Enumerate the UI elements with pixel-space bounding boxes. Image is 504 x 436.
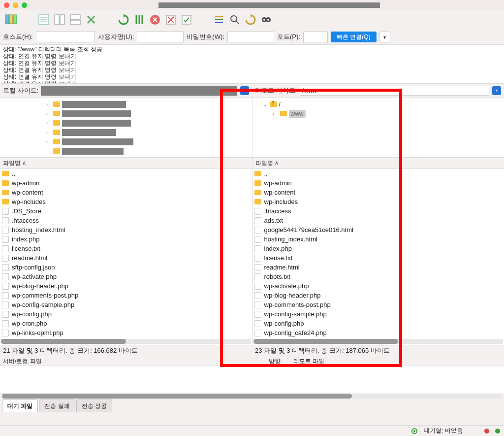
list-item[interactable]: wp-admin xyxy=(0,178,252,188)
queue-col-local[interactable]: 서버/로컬 파일 xyxy=(0,356,266,365)
list-item[interactable]: wp-comments-post.php xyxy=(252,300,504,309)
local-scrollbar[interactable] xyxy=(1,339,251,344)
list-item[interactable]: .htaccess xyxy=(0,216,252,225)
tab-queued[interactable]: 대기 파일 xyxy=(2,400,38,412)
find-button[interactable] xyxy=(259,12,274,27)
quickconnect-history-button[interactable]: ▾ xyxy=(379,32,390,42)
column-filename[interactable]: 파일명 xyxy=(255,159,273,168)
port-input[interactable] xyxy=(303,32,328,42)
close-window-button[interactable] xyxy=(4,2,9,8)
expand-arrow-icon[interactable]: › xyxy=(46,102,51,107)
tree-www-label[interactable]: www xyxy=(289,110,306,118)
file-icon xyxy=(2,320,9,327)
message-log[interactable]: 상태: "/www" 디렉터리 목록 조회 성공 상태: 연결 유지 명령 보내… xyxy=(0,44,504,84)
list-item[interactable]: ads.txt xyxy=(252,216,504,225)
toggle-log-button[interactable] xyxy=(36,12,51,27)
refresh-button[interactable] xyxy=(84,12,98,27)
disconnect-button[interactable] xyxy=(163,12,178,27)
compare-button[interactable] xyxy=(132,12,147,27)
local-site-dropdown[interactable]: ▾ xyxy=(240,86,249,95)
list-item[interactable]: readme.html xyxy=(0,253,252,263)
search-button[interactable] xyxy=(227,12,242,27)
remote-list-header[interactable]: 파일명 ᐱ xyxy=(252,158,504,169)
list-item[interactable]: wp-content xyxy=(252,188,504,197)
quickconnect-button[interactable]: 빠른 연결(Q) xyxy=(331,32,377,42)
list-item[interactable]: wp-admin xyxy=(252,178,504,188)
expand-arrow-icon[interactable]: › xyxy=(273,111,278,116)
host-input[interactable] xyxy=(36,32,95,42)
expand-arrow-icon[interactable]: › xyxy=(46,139,51,144)
list-item[interactable]: wp-config_cafe24.php xyxy=(252,328,504,337)
list-item[interactable]: wp-includes xyxy=(252,197,504,206)
filter-button[interactable] xyxy=(212,12,226,27)
list-item[interactable]: hosting_index.html xyxy=(0,225,252,235)
local-file-list[interactable]: 파일명 ᐱ ..wp-adminwp-contentwp-includes.DS… xyxy=(0,158,252,345)
list-item[interactable]: robots.txt xyxy=(252,272,504,281)
gear-icon[interactable] xyxy=(411,428,418,435)
tab-failed[interactable]: 전송 실패 xyxy=(39,400,75,412)
queue-scrollbar[interactable] xyxy=(2,394,502,399)
queue-body[interactable] xyxy=(0,366,504,393)
list-item[interactable]: index.php xyxy=(252,244,504,253)
list-item[interactable]: .. xyxy=(0,169,252,178)
toggle-tree-button[interactable] xyxy=(52,12,67,27)
list-item[interactable]: license.txt xyxy=(0,244,252,253)
file-lists: 파일명 ᐱ ..wp-adminwp-contentwp-includes.DS… xyxy=(0,158,504,345)
remote-site-path[interactable] xyxy=(300,86,489,96)
remote-file-list[interactable]: 파일명 ᐱ ..wp-adminwp-contentwp-includes.ht… xyxy=(252,158,504,345)
maximize-window-button[interactable] xyxy=(22,2,27,8)
expand-arrow-icon[interactable]: › xyxy=(46,111,51,116)
local-tree[interactable]: › › › › › xyxy=(0,98,252,157)
user-input[interactable] xyxy=(137,32,184,42)
list-item[interactable]: wp-blog-header.php xyxy=(0,281,252,291)
local-list-header[interactable]: 파일명 ᐱ xyxy=(0,158,252,169)
site-manager-button[interactable] xyxy=(4,12,19,27)
tab-success[interactable]: 전송 성공 xyxy=(76,400,112,412)
list-item[interactable]: wp-activate.php xyxy=(0,272,252,281)
collapse-arrow-icon[interactable]: ⌄ xyxy=(263,102,268,107)
toggle-queue-button[interactable] xyxy=(68,12,83,27)
file-name: wp-admin xyxy=(264,179,292,187)
column-filename[interactable]: 파일명 xyxy=(3,159,21,168)
list-item[interactable]: license.txt xyxy=(252,253,504,263)
list-item[interactable]: wp-links-opml.php xyxy=(0,328,252,337)
local-site-path-redacted[interactable] xyxy=(41,86,237,96)
folder-icon xyxy=(2,180,9,186)
expand-arrow-icon[interactable]: › xyxy=(46,121,51,126)
sync-button[interactable] xyxy=(116,12,131,27)
list-item[interactable]: wp-config.php xyxy=(0,309,252,319)
list-item[interactable]: readme.html xyxy=(252,263,504,272)
list-item[interactable]: wp-activate.php xyxy=(252,281,504,291)
list-item[interactable]: wp-blog-header.php xyxy=(252,291,504,300)
list-item[interactable]: .. xyxy=(252,169,504,178)
list-item[interactable]: sftp-config.json xyxy=(0,263,252,272)
list-item[interactable]: wp-cron.php xyxy=(0,319,252,328)
list-item[interactable]: wp-config-sample.php xyxy=(0,300,252,309)
list-item[interactable]: wp-includes xyxy=(0,197,252,206)
list-item[interactable]: wp-content xyxy=(0,188,252,197)
remote-tree[interactable]: ⌄/ ›www xyxy=(252,98,504,157)
expand-arrow-icon[interactable]: › xyxy=(46,130,51,135)
remote-site-dropdown[interactable]: ▾ xyxy=(492,86,501,95)
file-name: wp-config_cafe24.php xyxy=(264,329,327,336)
file-name: wp-config-sample.php xyxy=(12,301,74,308)
cancel-button[interactable] xyxy=(148,12,162,27)
list-item[interactable]: .DS_Store xyxy=(0,206,252,216)
list-item[interactable]: index.php xyxy=(0,235,252,244)
reconnect-button[interactable] xyxy=(179,12,194,27)
remote-scrollbar[interactable] xyxy=(253,339,504,344)
list-item[interactable]: hosting_index.html xyxy=(252,235,504,244)
list-item[interactable]: wp-config.php xyxy=(252,319,504,328)
pass-input[interactable] xyxy=(227,32,274,42)
list-item[interactable]: .htaccess xyxy=(252,206,504,216)
list-item[interactable]: wp-config-sample.php xyxy=(252,309,504,319)
queue-col-direction[interactable]: 방향 xyxy=(266,356,290,365)
list-item[interactable]: google544179cea51ce016.html xyxy=(252,225,504,235)
file-name: license.txt xyxy=(12,245,40,252)
file-name: wp-content xyxy=(12,189,43,196)
list-item[interactable]: wp-comments-post.php xyxy=(0,291,252,300)
file-name: readme.html xyxy=(264,264,300,271)
minimize-window-button[interactable] xyxy=(13,2,18,8)
process-queue-button[interactable] xyxy=(243,12,258,27)
queue-col-remote[interactable]: 리모트 파일 xyxy=(290,356,327,365)
